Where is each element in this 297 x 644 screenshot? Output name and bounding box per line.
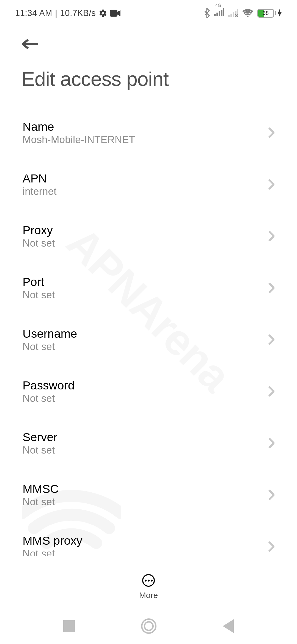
battery-indicator: 38 — [257, 9, 282, 18]
charging-icon — [277, 9, 282, 17]
chevron-right-icon — [268, 231, 274, 241]
svg-rect-1 — [214, 14, 216, 16]
item-label: MMSC — [23, 482, 59, 496]
item-value: Not set — [23, 238, 55, 249]
chevron-right-icon — [268, 334, 274, 345]
nav-back-button[interactable] — [223, 619, 234, 633]
svg-rect-3 — [219, 11, 220, 16]
item-value: Not set — [23, 289, 55, 301]
chevron-right-icon — [268, 490, 274, 500]
list-item-port[interactable]: Port Not set — [23, 262, 274, 314]
item-label: MMS proxy — [23, 534, 82, 547]
nav-home-button[interactable] — [141, 618, 156, 634]
list-item-mmsc[interactable]: MMSC Not set — [23, 469, 274, 521]
battery-percent: 38 — [258, 10, 273, 16]
chevron-right-icon — [268, 179, 274, 190]
gear-icon — [98, 9, 107, 18]
item-label: Port — [23, 275, 55, 289]
item-value: Not set — [23, 444, 57, 456]
svg-rect-7 — [230, 13, 232, 17]
item-value: Not set — [23, 341, 77, 353]
wifi-icon — [242, 9, 253, 18]
signal-sim2-icon — [228, 9, 238, 17]
svg-rect-2 — [216, 12, 218, 16]
svg-rect-8 — [233, 12, 234, 17]
item-label: Server — [23, 430, 57, 444]
item-label: Password — [23, 379, 75, 392]
system-nav-bar — [0, 608, 297, 644]
more-button[interactable] — [142, 574, 155, 587]
list-item-username[interactable]: Username Not set — [23, 314, 274, 365]
status-bar: 11:34 AM | 10.7KB/s 4G 38 — [0, 0, 297, 26]
status-right: 4G 38 — [204, 8, 282, 18]
list-item-server[interactable]: Server Not set — [23, 417, 274, 469]
svg-rect-5 — [223, 8, 224, 16]
svg-rect-4 — [221, 10, 222, 16]
item-label: Username — [23, 327, 77, 340]
camera-icon — [110, 10, 120, 17]
list-item-name[interactable]: Name Mosh-Mobile-INTERNET — [23, 107, 274, 159]
list-item-proxy[interactable]: Proxy Not set — [23, 210, 274, 262]
item-value: Not set — [23, 393, 75, 404]
bottom-action-bar: More — [0, 574, 297, 605]
bluetooth-icon — [204, 8, 210, 18]
page-title: Edit access point — [0, 67, 297, 90]
list-item-apn[interactable]: APN internet — [23, 159, 274, 210]
chevron-right-icon — [268, 283, 274, 293]
item-label: APN — [23, 172, 56, 185]
item-value: Not set — [23, 496, 59, 508]
status-left: 11:34 AM | 10.7KB/s — [15, 8, 120, 18]
status-divider: | — [55, 8, 57, 18]
item-value: Mosh-Mobile-INTERNET — [23, 134, 135, 146]
item-value: internet — [23, 186, 56, 197]
back-arrow-icon[interactable] — [22, 39, 39, 50]
list-item-mms-proxy[interactable]: MMS proxy Not set — [23, 521, 274, 556]
chevron-right-icon — [268, 386, 274, 397]
settings-list: Name Mosh-Mobile-INTERNET APN internet P… — [0, 107, 297, 556]
chevron-right-icon — [268, 541, 274, 552]
list-item-password[interactable]: Password Not set — [23, 365, 274, 417]
chevron-right-icon — [268, 438, 274, 448]
status-time: 11:34 AM — [15, 8, 52, 18]
more-label: More — [139, 591, 158, 600]
main-content: Edit access point APNArena Name Mosh-Mob… — [0, 62, 297, 556]
svg-rect-6 — [228, 15, 230, 17]
nav-recent-button[interactable] — [63, 620, 75, 632]
item-value: Not set — [23, 548, 82, 556]
network-type-label: 4G — [215, 3, 221, 8]
chevron-right-icon — [268, 127, 274, 138]
item-label: Name — [23, 120, 135, 133]
item-label: Proxy — [23, 223, 55, 237]
svg-rect-0 — [110, 10, 117, 17]
status-speed: 10.7KB/s — [60, 8, 96, 18]
header-bar — [0, 26, 297, 62]
signal-sim1-icon — [214, 8, 224, 16]
